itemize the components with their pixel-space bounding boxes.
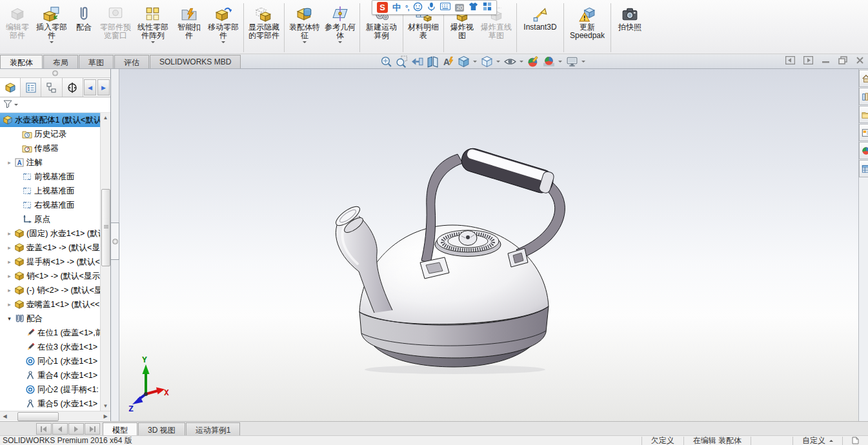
ime-punctuation-icon[interactable]: °, bbox=[405, 4, 409, 12]
dropdown-caret[interactable] bbox=[303, 41, 307, 45]
insert-component-button[interactable]: 插入零部件 bbox=[34, 2, 70, 45]
tree-item-part-pin2[interactable]: ▸ (-) 销<2> -> (默认<显 bbox=[0, 283, 101, 297]
tree-horizontal-scrollbar[interactable]: ◀ ▶ bbox=[0, 411, 110, 420]
tree-item-part-lid[interactable]: ▸ 壶盖<1> -> (默认<显 bbox=[0, 241, 101, 255]
dropdown-caret[interactable] bbox=[581, 61, 585, 64]
zoom-to-fit-icon[interactable] bbox=[379, 55, 393, 68]
tree-item-part-kettle[interactable]: ▸ (固定) 水壶1<1> (默认 bbox=[0, 226, 101, 241]
expand-icon[interactable]: ▸ bbox=[5, 259, 14, 265]
tab-property-manager[interactable] bbox=[21, 78, 41, 97]
panel-collapse-handle[interactable] bbox=[111, 222, 119, 260]
tree-item-right-plane[interactable]: 右视基准面 bbox=[0, 198, 101, 212]
dropdown-caret[interactable] bbox=[50, 41, 54, 45]
task-pane-custom-properties-button[interactable] bbox=[859, 160, 868, 177]
tree-item-front-plane[interactable]: 前视基准面 bbox=[0, 170, 101, 184]
dropdown-caret[interactable] bbox=[338, 41, 342, 45]
scrollbar-thumb[interactable] bbox=[17, 412, 59, 421]
dropdown-caret[interactable] bbox=[221, 41, 225, 45]
hide-show-items-icon[interactable] bbox=[503, 55, 517, 68]
dropdown-caret[interactable] bbox=[520, 61, 523, 64]
tab-assembly[interactable]: 装配体 bbox=[0, 55, 43, 68]
tree-item-sensors[interactable]: 传感器 bbox=[0, 141, 101, 155]
tab-evaluate[interactable]: 评估 bbox=[114, 55, 149, 68]
tree-item-mate-concentric1[interactable]: 同心1 (水壶1<1> bbox=[0, 354, 101, 368]
task-pane-design-library-button[interactable] bbox=[859, 88, 868, 105]
sogou-logo-icon[interactable]: S bbox=[377, 2, 388, 13]
dropdown-caret[interactable] bbox=[151, 41, 155, 45]
component-preview-button[interactable]: 零部件预览窗口 bbox=[98, 2, 133, 40]
tree-item-mate-coincident5[interactable]: 重合5 (水壶1<1> bbox=[0, 397, 101, 411]
tab-solidworks-mbd[interactable]: SOLIDWORKS MBD bbox=[150, 55, 241, 68]
task-pane-appearances-button[interactable] bbox=[859, 142, 868, 159]
expand-icon[interactable]: ▸ bbox=[5, 244, 14, 251]
first-tab-button[interactable] bbox=[36, 423, 52, 435]
tree-item-history[interactable]: 历史记录 bbox=[0, 127, 101, 141]
mate-button[interactable]: 配合 bbox=[70, 2, 98, 32]
panel-tabs-scroll-right[interactable]: ▶ bbox=[97, 79, 110, 95]
tree-vertical-scrollbar[interactable]: ▲ ▼ bbox=[100, 113, 110, 411]
view-settings-icon[interactable] bbox=[565, 55, 579, 68]
tab-model[interactable]: 模型 bbox=[103, 422, 137, 435]
collapse-pane-right-icon[interactable] bbox=[803, 56, 813, 66]
expand-icon[interactable]: ▸ bbox=[5, 230, 14, 237]
tab-3d-views[interactable]: 3D 视图 bbox=[138, 422, 185, 435]
task-pane-view-palette-button[interactable] bbox=[859, 124, 868, 141]
expand-icon[interactable]: ▸ bbox=[5, 273, 14, 279]
dropdown-caret[interactable] bbox=[558, 61, 562, 64]
scroll-left-arrow[interactable]: ◀ bbox=[0, 413, 10, 419]
ime-emoji-icon[interactable] bbox=[413, 2, 423, 14]
tab-dimxpert-manager[interactable] bbox=[63, 78, 83, 97]
tab-sketch[interactable]: 草图 bbox=[79, 55, 114, 68]
status-units-selector[interactable]: 自定义 bbox=[792, 437, 842, 445]
close-icon[interactable] bbox=[856, 56, 864, 66]
next-tab-button[interactable] bbox=[68, 423, 84, 435]
move-component-button[interactable]: 移动零部件 bbox=[205, 2, 241, 45]
expand-icon[interactable]: ▸ bbox=[5, 287, 14, 293]
status-note-icon[interactable] bbox=[842, 437, 868, 445]
update-speedpak-button[interactable]: 更新Speedpak bbox=[566, 2, 609, 40]
previous-view-icon[interactable] bbox=[410, 55, 424, 68]
tab-layout[interactable]: 布局 bbox=[43, 55, 78, 68]
scroll-down-arrow[interactable]: ▼ bbox=[101, 401, 110, 411]
dropdown-caret[interactable] bbox=[473, 61, 477, 64]
tab-motion-study-1[interactable]: 运动算例1 bbox=[186, 422, 241, 435]
ime-keyboard-icon[interactable] bbox=[440, 3, 450, 12]
view-orientation-icon[interactable] bbox=[457, 55, 470, 68]
show-hidden-components-button[interactable]: 显示隐藏的零部件 bbox=[246, 2, 282, 40]
scrollbar-thumb[interactable] bbox=[101, 189, 110, 266]
collapse-icon[interactable]: ▾ bbox=[5, 315, 14, 322]
section-view-icon[interactable] bbox=[426, 55, 439, 68]
instant3d-button[interactable]: Instant3D bbox=[519, 2, 561, 32]
ime-skin-icon[interactable] bbox=[469, 2, 478, 13]
collapse-pane-left-icon[interactable] bbox=[785, 56, 795, 66]
assembly-features-button[interactable]: 装配体特征 bbox=[287, 2, 323, 45]
previous-tab-button[interactable] bbox=[52, 423, 68, 435]
tree-item-mates-folder[interactable]: ▾ 配合 bbox=[0, 312, 101, 326]
panel-vertical-splitter[interactable] bbox=[111, 69, 119, 421]
last-tab-button[interactable] bbox=[85, 423, 100, 435]
tree-root-assembly[interactable]: 水壶装配体1 (默认<默认_ bbox=[0, 113, 101, 127]
tab-feature-manager[interactable] bbox=[0, 78, 21, 97]
task-pane-file-explorer-button[interactable] bbox=[859, 106, 868, 123]
ime-toolbox-icon[interactable] bbox=[483, 2, 492, 13]
filter-dropdown-caret[interactable] bbox=[14, 104, 18, 108]
tree-item-mate-inplace1[interactable]: 在位1 (壶盖<1>,前 bbox=[0, 326, 101, 340]
ime-voice-icon[interactable] bbox=[427, 2, 436, 14]
scroll-up-arrow[interactable]: ▲ bbox=[101, 113, 110, 123]
graphics-viewport[interactable]: Y X Z bbox=[119, 69, 858, 421]
dropdown-caret[interactable] bbox=[496, 61, 500, 64]
tree-item-origin[interactable]: 原点 bbox=[0, 212, 101, 226]
expand-icon[interactable]: ▸ bbox=[5, 159, 14, 166]
minimize-icon[interactable] bbox=[822, 56, 830, 66]
panel-horizontal-splitter[interactable] bbox=[0, 69, 110, 78]
tree-item-mate-inplace3[interactable]: 在位3 (水壶1<1> bbox=[0, 340, 101, 354]
display-style-icon[interactable] bbox=[480, 55, 494, 68]
tree-item-part-handle[interactable]: ▸ 提手柄<1> -> (默认< bbox=[0, 255, 101, 269]
reference-geometry-button[interactable]: 参考几何体 bbox=[323, 2, 358, 45]
restore-icon[interactable] bbox=[838, 56, 847, 66]
edit-appearance-icon[interactable] bbox=[527, 55, 540, 68]
tree-item-top-plane[interactable]: 上视基准面 bbox=[0, 184, 101, 198]
apply-scene-icon[interactable] bbox=[542, 55, 556, 68]
linear-pattern-button[interactable]: 线性零部件阵列 bbox=[133, 2, 173, 45]
tree-item-annotations[interactable]: ▸ A 注解 bbox=[0, 155, 101, 170]
